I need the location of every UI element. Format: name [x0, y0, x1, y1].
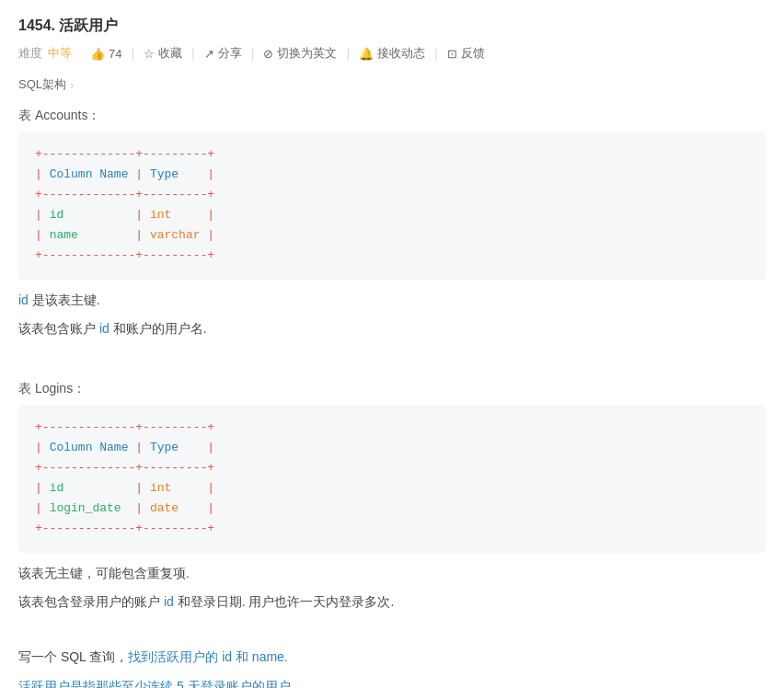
feedback-button[interactable]: ⊡ 反馈 — [442, 43, 490, 63]
logins-line-5: | login_date | date | — [35, 499, 749, 519]
query-definition: 活跃用户是指那些至少连续 5 天登录账户的用户. — [18, 674, 766, 688]
logins-line-4: | id | int | — [35, 478, 749, 499]
share-label: 分享 — [218, 45, 242, 62]
logins-table-name: Logins — [35, 381, 73, 396]
accounts-line-2: | Column Name | Type | — [35, 165, 749, 185]
divider4: | — [346, 46, 350, 61]
logins-line-2: | Column Name | Type | — [35, 438, 749, 458]
share-button[interactable]: ↗ 分享 — [199, 43, 248, 63]
logins-desc2: 该表包含登录用户的账户 id 和登录日期. 用户也许一天内登录多次. — [18, 591, 766, 613]
switch-lang-label: 切换为英文 — [277, 45, 337, 62]
breadcrumb-link[interactable]: SQL架构 — [18, 76, 66, 93]
query-def-highlight: 活跃用户是指那些至少连续 5 天登录账户的用户. — [18, 679, 294, 688]
logins-desc1: 该表无主键，可能包含重复项. — [18, 562, 766, 585]
breadcrumb-sep: › — [70, 78, 74, 92]
feedback-label: 反馈 — [461, 45, 485, 62]
difficulty-label: 难度 — [18, 45, 42, 62]
divider1: | — [131, 46, 134, 61]
accounts-line-5: | name | varchar | — [35, 225, 749, 246]
share-icon: ↗ — [204, 47, 214, 61]
accounts-table-name: Accounts — [35, 108, 88, 122]
logins-code-block: +-------------+---------+ | Column Name … — [18, 405, 766, 553]
accounts-desc2: 该表包含账户 id 和账户的用户名. — [18, 317, 766, 340]
logins-line-3: +-------------+---------+ — [35, 458, 749, 478]
accounts-line-3: +-------------+---------+ — [35, 185, 749, 205]
breadcrumb: SQL架构 › — [18, 76, 766, 93]
accounts-line-1: +-------------+---------+ — [35, 144, 749, 165]
bell-icon: 🔔 — [359, 47, 374, 61]
subscribe-label: 接收动态 — [377, 45, 425, 62]
divider3: | — [251, 46, 255, 61]
like-icon: 👍 — [90, 47, 105, 61]
switch-icon: ⊘ — [263, 47, 273, 61]
accounts-section: 表 Accounts： +-------------+---------+ | … — [18, 108, 766, 340]
collect-label: 收藏 — [158, 45, 182, 62]
divider5: | — [434, 46, 438, 61]
logins-line-6: +-------------+---------+ — [35, 519, 749, 539]
query-intro-highlight: 找到活跃用户的 id 和 name. — [128, 649, 287, 664]
logins-section: 表 Logins： +-------------+---------+ | Co… — [18, 381, 766, 613]
divider2: | — [191, 46, 195, 61]
subscribe-button[interactable]: 🔔 接收动态 — [353, 43, 431, 63]
accounts-line-6: +-------------+---------+ — [35, 246, 749, 266]
logins-line-1: +-------------+---------+ — [35, 418, 749, 438]
accounts-line-4: | id | int | — [35, 205, 749, 225]
like-button[interactable]: 👍 74 — [85, 45, 127, 63]
query-section: 写一个 SQL 查询，找到活跃用户的 id 和 name. 活跃用户是指那些至少… — [18, 636, 766, 688]
query-intro: 写一个 SQL 查询，找到活跃用户的 id 和 name. — [18, 645, 766, 670]
collect-button[interactable]: ☆ 收藏 — [138, 43, 188, 63]
switch-lang-button[interactable]: ⊘ 切换为英文 — [258, 43, 342, 63]
accounts-label: 表 Accounts： — [18, 108, 766, 124]
feedback-icon: ⊡ — [447, 47, 457, 61]
star-icon: ☆ — [144, 47, 155, 61]
logins-label: 表 Logins： — [18, 381, 766, 397]
like-count: 74 — [109, 47, 121, 61]
difficulty-value: 中等 — [48, 45, 72, 62]
problem-title: 1454. 活跃用户 — [18, 17, 118, 36]
accounts-code-block: +-------------+---------+ | Column Name … — [18, 132, 766, 280]
accounts-desc1: id 是该表主键. — [18, 289, 766, 312]
